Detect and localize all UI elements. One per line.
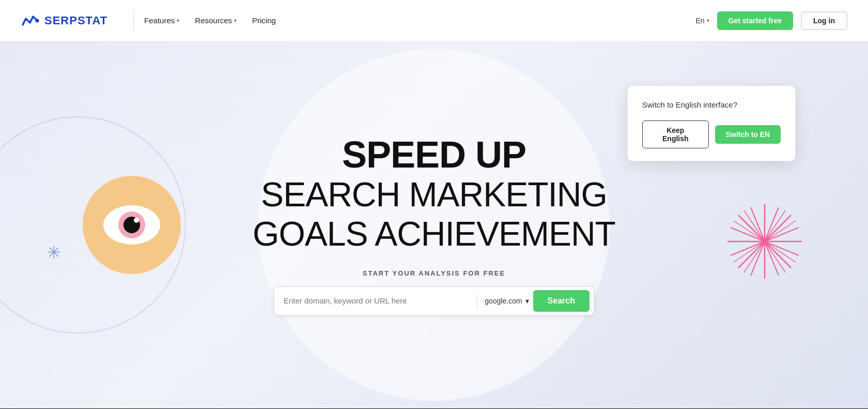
logo[interactable]: SERPSTAT bbox=[21, 13, 107, 28]
eye-illustration bbox=[80, 173, 183, 277]
hero-content: SPEED UP SEARCH MARKETING GOALS ACHIEVEM… bbox=[253, 134, 615, 315]
nav-features[interactable]: Features ▾ bbox=[144, 16, 179, 25]
nav-pricing[interactable]: Pricing bbox=[252, 16, 276, 25]
search-bar-divider bbox=[477, 293, 477, 309]
lang-popup: Switch to English interface? Keep Englis… bbox=[627, 85, 796, 161]
nav-right: En ▾ Get started free Log in bbox=[695, 11, 847, 30]
search-input[interactable] bbox=[284, 296, 470, 305]
nav-links: Features ▾ Resources ▾ Pricing bbox=[144, 16, 695, 25]
nav-divider bbox=[133, 10, 134, 31]
starburst-decoration bbox=[723, 200, 806, 283]
hero-title-bold: SPEED UP bbox=[253, 134, 615, 175]
lang-popup-title: Switch to English interface? bbox=[642, 100, 781, 109]
lang-popup-buttons: Keep English Switch to EN bbox=[642, 120, 781, 148]
search-button[interactable]: Search bbox=[533, 290, 590, 312]
star-decoration-left: ✳ bbox=[47, 244, 61, 261]
switch-to-en-button[interactable]: Switch to EN bbox=[715, 125, 781, 144]
chevron-down-icon: ▾ bbox=[234, 18, 237, 23]
chevron-down-icon: ▾ bbox=[177, 18, 179, 23]
search-bar: google.com ▾ Search bbox=[274, 286, 594, 315]
lang-selector[interactable]: En ▾ bbox=[695, 17, 709, 25]
logo-text: SERPSTAT bbox=[44, 14, 107, 27]
hero-section: ✳ ✱ SPEED UP SEARCH MARKETING GOA bbox=[0, 41, 868, 408]
chevron-down-icon: ▾ bbox=[707, 18, 709, 23]
svg-point-0 bbox=[36, 19, 39, 22]
navbar: SERPSTAT Features ▾ Resources ▾ Pricing … bbox=[0, 0, 868, 41]
chevron-down-icon: ▾ bbox=[525, 297, 529, 305]
hero-title-line3: GOALS ACHIEVEMENT bbox=[253, 215, 615, 254]
signup-button[interactable]: Get started free bbox=[717, 11, 793, 30]
login-button[interactable]: Log in bbox=[801, 11, 847, 30]
hero-title-line2: SEARCH MARKETING bbox=[253, 175, 615, 215]
svg-point-5 bbox=[134, 218, 139, 223]
serpstat-logo-icon bbox=[21, 13, 39, 28]
hero-subtitle: START YOUR ANALYSIS FOR FREE bbox=[253, 269, 615, 277]
keep-english-button[interactable]: Keep English bbox=[642, 120, 709, 148]
search-engine-selector[interactable]: google.com ▾ bbox=[485, 297, 529, 305]
nav-resources[interactable]: Resources ▾ bbox=[195, 16, 237, 25]
